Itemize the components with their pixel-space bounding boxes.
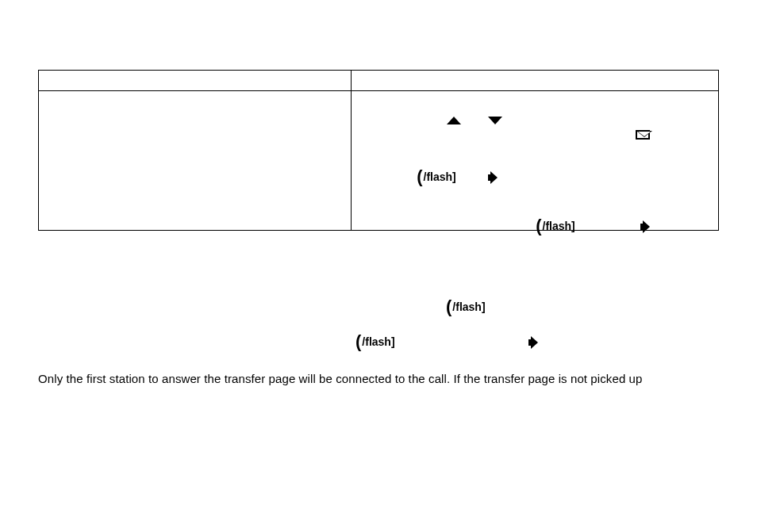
speaker-icon-wrap-3	[528, 335, 540, 349]
triangle-up-icon	[447, 117, 461, 124]
table-header-row	[39, 71, 719, 91]
below-table-section: ( /flash] ( /flash] Only the first stati…	[38, 288, 719, 446]
flash-text: /flash]	[362, 335, 394, 348]
flash-key-label-3: ( /flash]	[446, 300, 486, 313]
triangle-down-icon	[488, 117, 502, 124]
speaker-icon	[640, 220, 651, 233]
table-body-row: ( /flash] ( /flash]	[39, 91, 719, 231]
bracket-icon: (	[446, 301, 452, 312]
body-cell-left	[39, 91, 352, 231]
flash-text: /flash]	[543, 220, 575, 232]
arrow-group	[447, 113, 502, 126]
bracket-icon: (	[536, 220, 541, 232]
header-cell-right	[352, 71, 719, 91]
envelope-icon	[636, 130, 650, 140]
body-cell-right: ( /flash] ( /flash]	[352, 91, 719, 231]
header-cell-left	[39, 71, 352, 91]
speaker-icon	[528, 336, 540, 349]
speaker-icon-wrap-1	[488, 170, 499, 184]
instruction-table: ( /flash] ( /flash]	[38, 70, 719, 231]
flash-key-label-4: ( /flash]	[355, 335, 395, 348]
flash-text: /flash]	[424, 170, 456, 183]
flash-text: /flash]	[452, 300, 485, 313]
bracket-icon: (	[417, 171, 422, 182]
bracket-icon: (	[355, 336, 361, 347]
body-paragraph: Only the first station to answer the tra…	[38, 372, 642, 385]
flash-key-label-2: ( /flash]	[536, 220, 575, 232]
flash-key-label-1: ( /flash]	[417, 170, 456, 183]
speaker-icon	[488, 171, 499, 184]
speaker-icon-wrap-2	[640, 220, 651, 233]
document-page: ( /flash] ( /flash]	[0, 0, 757, 446]
envelope-icon-wrap	[636, 128, 650, 140]
